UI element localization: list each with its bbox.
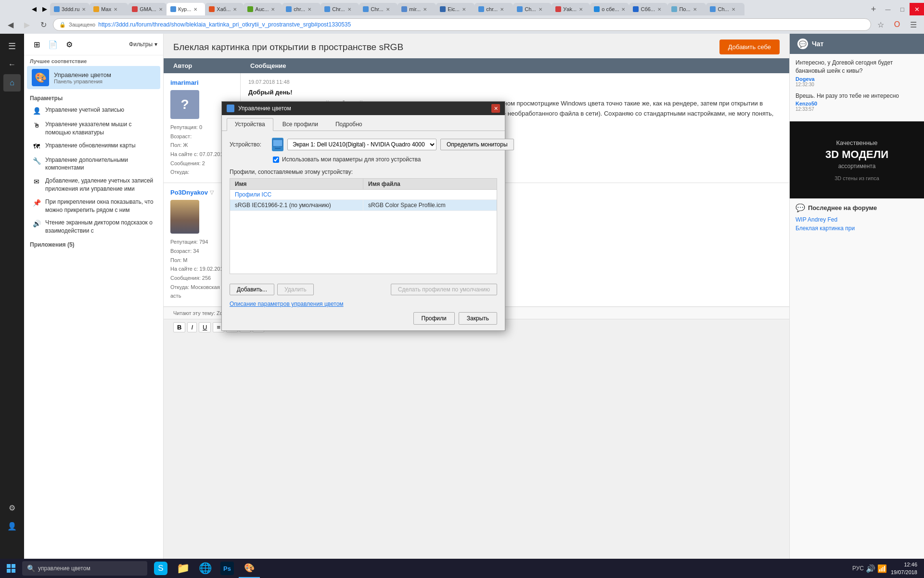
- tab-close-icon[interactable]: ✕: [693, 7, 697, 12]
- settings-win-btn[interactable]: ⚙: [3, 499, 21, 516]
- tab-close-icon[interactable]: ✕: [271, 7, 275, 12]
- browser-tab-6[interactable]: chr...✕: [282, 3, 321, 15]
- profile-row[interactable]: sRGB IEC61966-2.1 (по умолчанию) sRGB Co…: [230, 200, 497, 211]
- param-item-0[interactable]: 👤Управление учетной записью: [24, 104, 163, 118]
- gear-icon[interactable]: ⚙: [63, 38, 76, 51]
- param-item-1[interactable]: 🖱Управление указателем мыши с помощью кл…: [24, 118, 163, 139]
- tab-close-icon[interactable]: ✕: [539, 7, 542, 12]
- add-profile-btn[interactable]: Добавить...: [230, 284, 274, 295]
- param-item-3[interactable]: 🔧Управление дополнительными компонентами: [24, 154, 163, 175]
- browser-tab-12[interactable]: Ch...✕: [513, 3, 552, 15]
- tab-details[interactable]: Подробно: [327, 118, 371, 131]
- param-item-2[interactable]: 🗺Управление обновлениями карты: [24, 139, 163, 154]
- browser-tab-16[interactable]: По...✕: [667, 3, 706, 15]
- browser-tab-1[interactable]: Мах✕: [90, 3, 128, 15]
- tab-close-icon[interactable]: ✕: [82, 7, 86, 12]
- underline-btn[interactable]: U: [199, 322, 211, 332]
- taskbar-app-chrome[interactable]: 🌐: [194, 559, 216, 578]
- browser-tab-10[interactable]: Eiс...✕: [436, 3, 475, 15]
- last-post-1[interactable]: WIP Andrey Fed: [796, 216, 918, 223]
- identify-monitors-btn[interactable]: Определить мониторы: [440, 139, 514, 150]
- taskbar-search-box[interactable]: 🔍 управление цветом: [22, 561, 147, 576]
- browser-tab-17[interactable]: Ch...✕: [706, 3, 744, 15]
- use-my-settings-checkbox[interactable]: [273, 157, 279, 163]
- tab-devices[interactable]: Устройства: [227, 118, 273, 131]
- back-button[interactable]: ◀: [4, 18, 17, 31]
- close-dialog-btn[interactable]: Закрыть: [459, 312, 497, 325]
- browser-tab-2[interactable]: GMА...✕: [128, 3, 167, 15]
- tab-close-icon[interactable]: ✕: [193, 7, 197, 12]
- tab-close-icon[interactable]: ✕: [732, 7, 735, 12]
- browser-tab-0[interactable]: 3ddd.ru✕: [50, 3, 90, 15]
- color-params-link[interactable]: Описание параметров управления цветом: [230, 301, 344, 307]
- network-icon[interactable]: 📶: [877, 564, 887, 573]
- add-to-self-button[interactable]: Добавить себе: [719, 39, 780, 54]
- tab-close-icon[interactable]: ✕: [233, 7, 237, 12]
- tab-close-icon[interactable]: ✕: [621, 7, 625, 12]
- start-button[interactable]: [0, 559, 22, 578]
- browser-tab-9[interactable]: mir...✕: [398, 3, 436, 15]
- taskbar-app-skype[interactable]: S: [150, 559, 171, 578]
- back-btn[interactable]: ◀: [29, 2, 39, 15]
- browser-tab-7[interactable]: Chr...✕: [321, 3, 359, 15]
- tab-close-icon[interactable]: ✕: [114, 7, 117, 12]
- taskbar-app-explorer[interactable]: 📁: [172, 559, 193, 578]
- opera-button[interactable]: O: [890, 18, 904, 31]
- active-sidenav-item[interactable]: 🎨 Управление цветом Панель управления: [27, 66, 160, 89]
- bold-btn[interactable]: B: [173, 322, 185, 332]
- tab-close-icon[interactable]: ✕: [308, 7, 311, 12]
- param-item-6[interactable]: 🔊Чтение экранным диктором подсказок о вз…: [24, 216, 163, 237]
- tab-close-icon[interactable]: ✕: [423, 7, 427, 12]
- browser-tab-13[interactable]: Уаk...✕: [552, 3, 590, 15]
- author-name-1[interactable]: imarimari: [170, 79, 233, 86]
- grid-icon[interactable]: ⊞: [30, 38, 43, 51]
- tab-close-icon[interactable]: ✕: [500, 7, 504, 12]
- chat-msg-author-2[interactable]: Kenzo50: [796, 101, 918, 106]
- profiles-btn[interactable]: Профили: [413, 312, 455, 325]
- tab-close-icon[interactable]: ✕: [579, 7, 583, 12]
- tab-close-icon[interactable]: ✕: [159, 7, 163, 12]
- browser-tab-3[interactable]: Кур...✕: [167, 3, 205, 15]
- tab-all-profiles[interactable]: Все профили: [274, 118, 326, 131]
- browser-tab-14[interactable]: о сбе...✕: [590, 3, 629, 15]
- close-btn[interactable]: ✕: [910, 3, 924, 15]
- browser-tab-8[interactable]: Chr...✕: [359, 3, 398, 15]
- maximize-btn[interactable]: □: [895, 3, 910, 15]
- bookmark-button[interactable]: ☆: [874, 18, 887, 31]
- browser-tab-11[interactable]: chr...✕: [475, 3, 513, 15]
- home-btn[interactable]: ⌂: [3, 74, 21, 92]
- settings-button[interactable]: ☰: [907, 18, 920, 31]
- filter-btn[interactable]: Фильтры ▾: [129, 41, 157, 48]
- reload-button[interactable]: ↻: [37, 18, 50, 31]
- back-win-btn[interactable]: ←: [3, 56, 21, 73]
- tab-close-icon[interactable]: ✕: [462, 7, 466, 12]
- italic-btn[interactable]: I: [187, 322, 197, 332]
- tab-close-icon[interactable]: ✕: [657, 7, 661, 12]
- address-box[interactable]: 🔒 Защищено https://3ddd.ru/forum/thread/…: [53, 18, 871, 31]
- browser-tab-5[interactable]: Аuc...✕: [244, 3, 282, 15]
- forward-btn[interactable]: ▶: [39, 2, 50, 15]
- device-select[interactable]: Экран 1: Dell U2410(Digital) - NVIDIA Qu…: [287, 139, 436, 150]
- minimize-btn[interactable]: —: [881, 3, 895, 15]
- author-name-2[interactable]: Po3Dnyakov: [170, 189, 208, 196]
- chat-msg-author-1[interactable]: Dogeva: [796, 76, 918, 82]
- param-item-4[interactable]: ✉Добавление, удаление учетных записей пр…: [24, 174, 163, 196]
- remove-profile-btn[interactable]: Удалить: [277, 284, 314, 295]
- taskbar-clock[interactable]: 12:46 19/07/2018: [891, 561, 924, 577]
- new-tab-btn[interactable]: +: [866, 3, 881, 15]
- browser-tab-4[interactable]: Хаб...✕: [205, 3, 244, 15]
- taskbar-app-photoshop[interactable]: Ps: [217, 559, 238, 578]
- dialog-close-icon[interactable]: ✕: [491, 104, 500, 113]
- set-default-btn[interactable]: Сделать профилем по умолчанию: [391, 284, 497, 295]
- tab-close-icon[interactable]: ✕: [386, 7, 390, 12]
- tab-close-icon[interactable]: ✕: [347, 7, 351, 12]
- hamburger-menu-btn[interactable]: ☰: [3, 38, 21, 55]
- volume-icon[interactable]: 🔊: [866, 564, 875, 573]
- browser-tab-15[interactable]: Сб6...✕: [629, 3, 667, 15]
- taskbar-app-3d[interactable]: 🎨: [239, 559, 260, 578]
- user-win-btn[interactable]: 👤: [3, 517, 21, 535]
- param-item-5[interactable]: 📌При прикреплении окна показывать, что м…: [24, 196, 163, 217]
- forward-button[interactable]: ▶: [20, 18, 34, 31]
- doc-icon[interactable]: 📄: [46, 38, 60, 51]
- last-post-2[interactable]: Блеклая картинка при: [796, 225, 918, 232]
